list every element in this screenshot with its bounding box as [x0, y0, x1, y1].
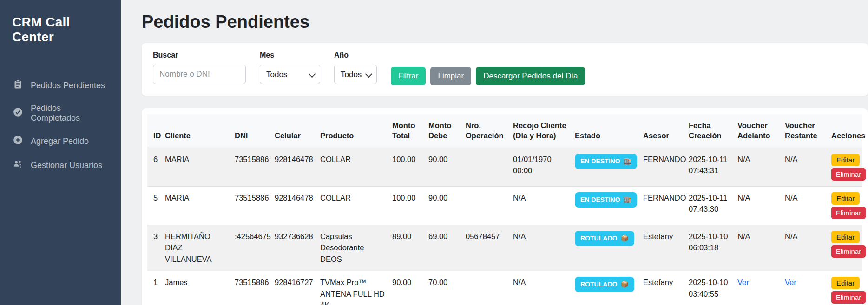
cell-dni: 73515886 [235, 148, 275, 186]
table-header-row: IDClienteDNICelularProductoMonto TotalMo… [147, 114, 862, 148]
edit-button-wrap: Editar [831, 277, 857, 289]
cell-acciones: EditarEliminar [831, 186, 862, 225]
cell-cliente: MARIA [165, 186, 235, 225]
clipboard-icon [13, 79, 23, 91]
cell-cliente: HERMITAÑO DIAZ VILLANUEVA [165, 225, 235, 271]
column-header-11: Fecha Creación [689, 114, 737, 148]
delete-button-wrap: Eliminar [831, 291, 857, 304]
delete-button[interactable]: Eliminar [831, 291, 866, 304]
cell-recojo: N/A [513, 186, 575, 225]
search-input[interactable] [153, 65, 246, 84]
column-header-4: Producto [320, 114, 392, 148]
cell-monto-debe: 90.00 [428, 148, 466, 186]
voucher-adelanto-link[interactable]: Ver [737, 278, 749, 286]
cell-voucher-adelanto: N/A [737, 148, 785, 186]
cell-cliente: James [165, 271, 235, 305]
cell-acciones: EditarEliminar [831, 271, 862, 305]
cell-producto: COLLAR [320, 186, 392, 225]
cell-voucher-restante: N/A [785, 148, 831, 186]
month-label: Mes [260, 51, 320, 59]
edit-button[interactable]: Editar [831, 192, 860, 205]
year-group: Año Todos [334, 51, 377, 84]
clear-button[interactable]: Limpiar [430, 67, 471, 85]
status-icon: 🏬 [624, 195, 631, 205]
column-header-2: DNI [235, 114, 275, 148]
search-group: Buscar [153, 51, 246, 84]
cell-acciones: EditarEliminar [831, 148, 862, 186]
sidebar-item-pedidos-completados[interactable]: Pedidos Completados [0, 97, 121, 129]
filter-buttons: Filtrar Limpiar Descargar Pedidos del Dí… [391, 67, 585, 85]
edit-button-wrap: Editar [831, 231, 857, 243]
delete-button-wrap: Eliminar [831, 245, 857, 258]
sidebar: CRM Call Center Pedidos Pendientes Pedid… [0, 0, 121, 305]
sidebar-item-gestionar-usuarios[interactable]: Gestionar Usuarios [0, 153, 121, 177]
orders-table-body: 6MARIA73515886928146478COLLAR100.0090.00… [147, 148, 862, 305]
year-label: Año [334, 51, 377, 59]
month-group: Mes Todos [260, 51, 320, 84]
sidebar-nav: Pedidos Pendientes Pedidos Completados A… [0, 73, 121, 177]
page-title: Pedidos Pendientes [142, 12, 868, 32]
cell-celular: 928146478 [275, 186, 320, 225]
sidebar-item-label: Agregar Pedido [31, 136, 89, 146]
cell-producto: TVMax Pro™ ANTENA FULL HD 4K [320, 271, 392, 305]
download-orders-button[interactable]: Descargar Pedidos del Día [476, 67, 585, 85]
cell-producto: Capsulas Desodorante DEOS [320, 225, 392, 271]
app-title: CRM Call Center [0, 0, 121, 49]
orders-table-card: IDClienteDNICelularProductoMonto TotalMo… [142, 108, 868, 305]
cell-nro-operacion [466, 271, 513, 305]
cell-estado: ROTULADO📦 [575, 271, 643, 305]
delete-button-wrap: Eliminar [831, 207, 857, 219]
cell-dni: :42564675 [235, 225, 275, 271]
sidebar-item-label: Pedidos Completados [31, 104, 108, 123]
table-row: 1James73515886928416727TVMax Pro™ ANTENA… [147, 271, 862, 305]
year-select[interactable]: Todos [334, 65, 377, 84]
voucher-restante-link[interactable]: Ver [785, 278, 796, 286]
cell-acciones: EditarEliminar [831, 225, 862, 271]
sidebar-item-pedidos-pendientes[interactable]: Pedidos Pendientes [0, 73, 121, 97]
filter-bar: Buscar Mes Todos Año Todos [142, 43, 868, 96]
cell-celular: 932736628 [275, 225, 320, 271]
sidebar-item-label: Pedidos Pendientes [31, 81, 105, 91]
row-actions: EditarEliminar [831, 231, 857, 258]
month-select[interactable]: Todos [260, 65, 320, 84]
cell-fecha-creacion: 2025-10-10 06:03:18 [689, 225, 737, 271]
cell-voucher-restante: Ver [785, 271, 831, 305]
cell-id: 3 [147, 225, 165, 271]
edit-button[interactable]: Editar [831, 231, 860, 243]
sidebar-item-agregar-pedido[interactable]: Agregar Pedido [0, 129, 121, 153]
sidebar-item-label: Gestionar Usuarios [31, 161, 102, 170]
cell-id: 1 [147, 271, 165, 305]
cell-monto-total: 100.00 [392, 148, 428, 186]
status-icon: 📦 [620, 279, 628, 289]
edit-button[interactable]: Editar [831, 277, 860, 289]
cell-voucher-adelanto: N/A [737, 225, 785, 271]
cell-estado: EN DESTINO🏬 [575, 186, 643, 225]
edit-button-wrap: Editar [831, 154, 857, 166]
search-label: Buscar [153, 51, 246, 59]
cell-nro-operacion: 05678457 [466, 225, 513, 271]
column-header-12: Voucher Adelanto [737, 114, 785, 148]
cell-recojo: N/A [513, 271, 575, 305]
edit-button[interactable]: Editar [831, 154, 860, 166]
cell-monto-debe: 69.00 [428, 225, 466, 271]
column-header-10: Asesor [643, 114, 689, 148]
column-header-14: Acciones [831, 114, 862, 148]
cell-nro-operacion [466, 148, 513, 186]
cell-fecha-creacion: 2025-10-10 03:40:55 [689, 271, 737, 305]
cell-recojo: 01/01/1970 00:00 [513, 148, 575, 186]
delete-button[interactable]: Eliminar [831, 207, 866, 219]
filter-button[interactable]: Filtrar [391, 67, 426, 85]
status-badge: ROTULADO📦 [575, 231, 634, 246]
cell-fecha-creacion: 2025-10-11 07:43:30 [689, 186, 737, 225]
cell-monto-total: 89.00 [392, 225, 428, 271]
table-row: 6MARIA73515886928146478COLLAR100.0090.00… [147, 148, 862, 186]
delete-button[interactable]: Eliminar [831, 245, 866, 258]
delete-button[interactable]: Eliminar [831, 168, 866, 181]
cell-dni: 73515886 [235, 186, 275, 225]
cell-celular: 928416727 [275, 271, 320, 305]
cell-monto-total: 90.00 [392, 271, 428, 305]
row-actions: EditarEliminar [831, 154, 857, 181]
status-icon: 🏬 [624, 156, 631, 166]
cell-fecha-creacion: 2025-10-11 07:43:31 [689, 148, 737, 186]
row-actions: EditarEliminar [831, 277, 857, 304]
